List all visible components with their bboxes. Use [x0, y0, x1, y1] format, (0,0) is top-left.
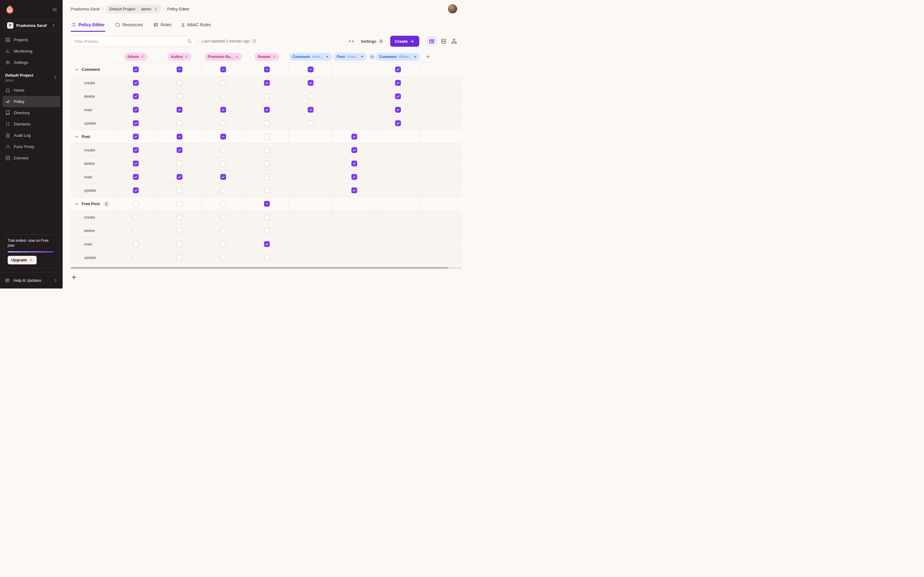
permission-checkbox-empty[interactable]: [264, 187, 270, 193]
sidebar-item-monitoring[interactable]: Monitoring: [2, 45, 60, 57]
help-updates-button[interactable]: Help & Updates: [0, 272, 63, 288]
role-pill-admin[interactable]: Admin: [124, 53, 148, 61]
permission-checkbox-checked[interactable]: [133, 147, 139, 153]
permission-checkbox-checked[interactable]: [308, 80, 313, 86]
permission-checkbox-checked[interactable]: [177, 174, 183, 180]
permission-checkbox-empty[interactable]: [308, 120, 313, 126]
settings-button[interactable]: Settings: [361, 39, 383, 44]
chevron-down-icon[interactable]: [74, 134, 79, 139]
permission-checkbox-empty[interactable]: [264, 214, 270, 220]
role-pill-reader[interactable]: Reader: [255, 53, 279, 61]
workspace-selector[interactable]: P Pradumna Saraf: [4, 19, 59, 31]
sidebar-item-directory[interactable]: Directory: [2, 107, 60, 118]
sidebar-item-home[interactable]: Home: [2, 85, 60, 96]
permission-checkbox-checked[interactable]: [351, 187, 357, 193]
permission-checkbox-checked[interactable]: [395, 107, 401, 113]
permission-checkbox-empty[interactable]: [177, 214, 183, 220]
role-pill-comment-aut[interactable]: Comment#Aut...: [289, 53, 332, 61]
permission-checkbox-empty[interactable]: [177, 93, 183, 99]
permission-checkbox-empty[interactable]: [133, 201, 139, 207]
permission-checkbox-empty[interactable]: [133, 214, 139, 220]
permission-checkbox-checked[interactable]: [395, 120, 401, 126]
sidebar-item-policy[interactable]: Policy: [2, 96, 60, 107]
permission-checkbox-empty[interactable]: [220, 241, 226, 247]
table-view-toggle[interactable]: [427, 37, 436, 46]
permission-checkbox-indeterminate[interactable]: [177, 66, 183, 73]
permission-checkbox-checked[interactable]: [351, 134, 357, 140]
tab-abac-rules[interactable]: Σ ABAC Rules: [181, 18, 212, 32]
permission-checkbox-checked[interactable]: [177, 107, 183, 113]
permission-checkbox-empty[interactable]: [264, 228, 270, 234]
permission-checkbox-checked[interactable]: [133, 187, 139, 193]
permission-checkbox-empty[interactable]: [177, 228, 183, 234]
permission-checkbox-empty[interactable]: [220, 201, 226, 207]
sidebar-item-connect[interactable]: Connect: [2, 152, 60, 164]
permission-checkbox-empty[interactable]: [220, 161, 226, 166]
permission-checkbox-checked[interactable]: [308, 107, 313, 113]
role-pill-author[interactable]: Author: [168, 53, 192, 61]
scrollbar-thumb[interactable]: [71, 267, 448, 269]
permission-checkbox-checked[interactable]: [395, 93, 401, 99]
permission-checkbox-empty[interactable]: [177, 201, 183, 207]
tab-roles[interactable]: Roles: [153, 18, 172, 32]
expand-horizontal-icon[interactable]: [349, 39, 354, 44]
permission-checkbox-checked[interactable]: [220, 174, 226, 180]
permission-checkbox-checked[interactable]: [264, 241, 270, 247]
permission-checkbox-empty[interactable]: [220, 80, 226, 86]
permission-checkbox-empty[interactable]: [177, 241, 183, 247]
permission-checkbox-empty[interactable]: [220, 228, 226, 234]
breadcrumb-user[interactable]: Pradumna Saraf: [71, 7, 100, 11]
permission-checkbox-checked[interactable]: [351, 147, 357, 153]
user-avatar[interactable]: [448, 4, 457, 13]
graph-view-toggle[interactable]: [451, 38, 457, 44]
permission-checkbox-empty[interactable]: [264, 93, 270, 99]
permission-checkbox-checked[interactable]: [133, 134, 139, 140]
permission-checkbox-empty[interactable]: [264, 134, 270, 140]
permission-checkbox-empty[interactable]: [220, 187, 226, 193]
permission-checkbox-empty[interactable]: [133, 255, 139, 260]
sidebar-item-elements[interactable]: Elements: [2, 118, 60, 130]
sidebar-collapse-button[interactable]: [52, 7, 58, 13]
role-pill-post-aut[interactable]: Post#Aut...: [333, 53, 367, 61]
permission-checkbox-empty[interactable]: [133, 241, 139, 247]
sidebar-item-settings[interactable]: Settings: [2, 57, 60, 68]
permission-checkbox-checked[interactable]: [220, 107, 226, 113]
horizontal-scrollbar[interactable]: [71, 267, 462, 269]
tab-policy-editor[interactable]: Policy Editor: [71, 18, 105, 32]
permission-checkbox-checked[interactable]: [395, 66, 401, 73]
permission-checkbox-empty[interactable]: [264, 255, 270, 260]
role-pill-comment-mod[interactable]: Comment#Mod...: [376, 53, 420, 61]
permission-checkbox-empty[interactable]: [220, 255, 226, 260]
permission-checkbox-checked[interactable]: [177, 147, 183, 153]
permission-checkbox-indeterminate[interactable]: [264, 201, 270, 207]
permission-checkbox-empty[interactable]: [264, 161, 270, 166]
breadcrumb-project-pill[interactable]: Default Project : demo: [106, 5, 160, 13]
permission-checkbox-empty[interactable]: [133, 228, 139, 234]
permission-checkbox-checked[interactable]: [351, 174, 357, 180]
permission-checkbox-empty[interactable]: [220, 120, 226, 126]
list-view-toggle[interactable]: [441, 38, 447, 44]
sidebar-item-projects[interactable]: Projects: [2, 34, 60, 45]
permission-checkbox-indeterminate[interactable]: [264, 66, 270, 73]
permission-checkbox-checked[interactable]: [133, 174, 139, 180]
permission-checkbox-empty[interactable]: [177, 120, 183, 126]
permission-checkbox-checked[interactable]: [264, 80, 270, 86]
sidebar-item-audit-log[interactable]: Audit Log: [2, 130, 60, 141]
permission-checkbox-empty[interactable]: [264, 120, 270, 126]
permission-checkbox-checked[interactable]: [133, 66, 139, 73]
permission-checkbox-checked[interactable]: [133, 161, 139, 166]
permission-checkbox-empty[interactable]: [220, 147, 226, 153]
permission-checkbox-empty[interactable]: [177, 255, 183, 260]
chevron-down-icon[interactable]: [74, 67, 79, 72]
chevron-down-icon[interactable]: [74, 201, 79, 206]
relationship-badge[interactable]: [369, 54, 375, 60]
tab-resources[interactable]: Resources: [115, 18, 144, 32]
permission-checkbox-indeterminate[interactable]: [177, 134, 183, 140]
permission-checkbox-checked[interactable]: [133, 80, 139, 86]
permission-checkbox-empty[interactable]: [264, 174, 270, 180]
permission-checkbox-empty[interactable]: [308, 93, 313, 99]
permission-checkbox-indeterminate[interactable]: [220, 134, 226, 140]
sidebar-item-foaz-proxy[interactable]: FoAz Proxy: [2, 141, 60, 152]
permission-checkbox-empty[interactable]: [264, 147, 270, 153]
add-role-button[interactable]: [425, 54, 431, 59]
